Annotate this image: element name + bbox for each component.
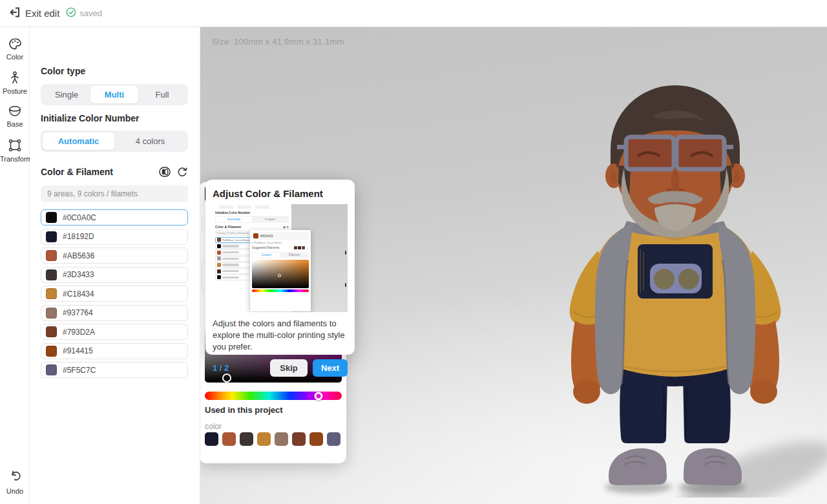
- tab-single[interactable]: Single: [43, 86, 90, 103]
- project-swatch[interactable]: [240, 432, 253, 446]
- color-swatch: [46, 326, 57, 337]
- project-swatch[interactable]: [309, 432, 323, 446]
- project-swatch[interactable]: [292, 432, 306, 446]
- model-size-label: Size: 100mm x 41.9mm x 31.1mm: [212, 37, 344, 47]
- color-row[interactable]: #0C0A0C: [41, 209, 188, 226]
- posture-icon: [8, 71, 21, 85]
- color-row[interactable]: #18192D: [41, 229, 188, 245]
- sidebar-label-base: Base: [6, 120, 23, 128]
- color-group-label: color: [205, 422, 222, 431]
- tutorial-step-indicator: 1 / 2: [213, 363, 270, 373]
- color-row[interactable]: #793D2A: [41, 324, 188, 340]
- exit-edit-label: Exit edit: [25, 8, 59, 19]
- project-swatch[interactable]: [275, 432, 288, 446]
- exit-icon: [9, 7, 20, 20]
- tab-automatic[interactable]: Automatic: [43, 132, 114, 150]
- color-row[interactable]: #5F5C7C: [41, 362, 188, 378]
- tutorial-description: Adjust the colors and filaments to explo…: [213, 318, 348, 353]
- color-filament-list: #0C0A0C #18192D #AB5636 #3D3433 #C18434 …: [41, 209, 188, 381]
- color-swatch: [46, 346, 57, 357]
- hue-slider[interactable]: [205, 392, 342, 400]
- color-swatch: [46, 364, 57, 375]
- color-row[interactable]: #AB5636: [41, 247, 188, 264]
- sidebar-item-color[interactable]: Color: [0, 37, 30, 61]
- color-settings-panel: Color type Single Multi Full Initialize …: [30, 27, 200, 504]
- refresh-icon[interactable]: [177, 167, 187, 177]
- sidebar-label-posture: Posture: [3, 87, 27, 95]
- mini-icons: ◉ ⟳: [283, 226, 289, 229]
- tutorial-title: Adjust Color & Filament: [213, 188, 348, 199]
- tool-sidebar: Color Posture Base Transform Undo: [0, 27, 30, 504]
- color-type-title: Color type: [41, 66, 85, 76]
- color-filament-title: Color & Filament: [41, 167, 113, 177]
- project-swatch[interactable]: [205, 432, 218, 446]
- tab-multi[interactable]: Multi: [90, 86, 138, 103]
- top-bar: Exit edit saved: [0, 0, 827, 27]
- skip-button[interactable]: Skip: [270, 359, 308, 377]
- undo-icon: [8, 469, 21, 485]
- sidebar-item-posture[interactable]: Posture: [0, 71, 30, 95]
- init-color-number-title: Initialize Color Number: [41, 113, 139, 123]
- tab-full[interactable]: Full: [138, 86, 186, 103]
- init-color-number-tabs: Automatic 4 colors: [41, 131, 188, 152]
- tab-4-colors[interactable]: 4 colors: [114, 132, 186, 150]
- sidebar-label-transform: Transform: [0, 155, 30, 163]
- avatar-3d-model: [536, 71, 827, 498]
- color-row[interactable]: #937764: [41, 305, 188, 321]
- transform-icon: [8, 138, 22, 152]
- color-swatch: [46, 288, 57, 299]
- color-swatch: [46, 212, 57, 223]
- base-icon: [8, 105, 22, 118]
- project-swatch[interactable]: [222, 432, 236, 446]
- color-row[interactable]: #914415: [41, 343, 188, 359]
- color-type-tabs: Single Multi Full: [41, 84, 188, 105]
- saved-label: saved: [79, 8, 102, 18]
- project-color-swatches: [205, 432, 340, 446]
- palette-icon: [8, 37, 22, 50]
- exit-edit-button[interactable]: Exit edit: [9, 7, 59, 20]
- tutorial-popup: Adjust Color & Filament Initialize Color…: [205, 180, 355, 355]
- areas-summary: 9 areas, 9 colors / filamets: [41, 185, 188, 202]
- project-swatch[interactable]: [327, 432, 340, 446]
- sidebar-item-base[interactable]: Base: [0, 105, 30, 128]
- undo-label: Undo: [6, 487, 23, 495]
- project-swatch[interactable]: [257, 432, 271, 446]
- saved-check-icon: [66, 7, 76, 20]
- filament-spool-icon[interactable]: [159, 167, 171, 177]
- tutorial-thumbnail: Initialize Color Number Automatic 4 colo…: [213, 204, 348, 312]
- color-swatch: [46, 231, 57, 242]
- color-swatch: [46, 269, 57, 280]
- color-row[interactable]: #3D3433: [41, 267, 188, 283]
- color-row[interactable]: #C18434: [41, 286, 188, 302]
- hue-slider-handle[interactable]: [314, 392, 322, 400]
- color-swatch: [46, 250, 57, 261]
- save-status: saved: [66, 7, 102, 20]
- sidebar-label-color: Color: [6, 53, 23, 61]
- undo-button[interactable]: Undo: [0, 469, 30, 495]
- color-swatch: [46, 308, 57, 319]
- next-button[interactable]: Next: [313, 359, 348, 377]
- sidebar-item-transform[interactable]: Transform: [0, 138, 30, 163]
- used-in-project-label: Used in this project: [205, 405, 283, 415]
